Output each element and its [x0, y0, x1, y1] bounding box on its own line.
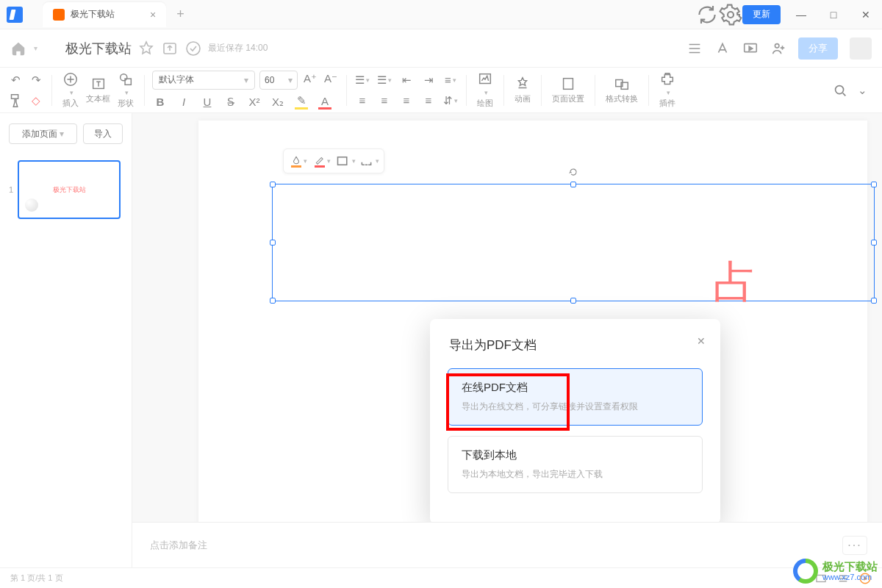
draw-label: 绘图	[477, 98, 493, 109]
watermark-url: www.xz7.com	[822, 573, 878, 581]
indent-icon[interactable]: ⇥	[420, 72, 437, 88]
canvas-area[interactable]: ▾ ▾ ▾ ▾ 占 导出为PDF文档 ✕ 在线PDF文档 导出为在线文档，可分享…	[132, 113, 882, 567]
format-convert-icon[interactable]	[614, 76, 630, 92]
option-download-title: 下载到本地	[462, 448, 689, 462]
add-collaborator-icon[interactable]	[770, 40, 786, 57]
slide-thumbnail[interactable]: 1 极光下载站	[18, 160, 121, 219]
svg-point-8	[121, 74, 127, 81]
tab-file-icon	[53, 9, 65, 21]
svg-rect-15	[338, 157, 347, 165]
outline-icon[interactable]	[686, 40, 703, 57]
main-toolbar: ↶↷ ◇ ▾插入 文本框 ▾形状 默认字体▾ 60▾ A⁺ A⁻ B I U S…	[0, 68, 882, 113]
bullet-list-icon[interactable]: ☰▾	[354, 72, 370, 88]
align-center-icon[interactable]: ≡	[376, 93, 392, 109]
text-style-icon[interactable]	[714, 40, 731, 57]
textbox-label: 文本框	[86, 93, 110, 104]
notes-more-button[interactable]: ···	[842, 536, 867, 555]
outdent-icon[interactable]: ⇤	[398, 72, 415, 88]
format-painter-icon[interactable]	[7, 93, 24, 109]
tab-title: 极光下载站	[71, 8, 115, 21]
insert-label: 插入	[62, 98, 79, 109]
font-decrease-icon[interactable]: A⁻	[323, 71, 339, 87]
italic-icon[interactable]: I	[176, 94, 192, 110]
present-icon[interactable]	[742, 40, 759, 57]
svg-point-14	[836, 85, 844, 93]
animation-label: 动画	[514, 93, 531, 104]
watermark-logo-icon	[793, 559, 818, 584]
window-minimize-icon[interactable]: —	[785, 0, 817, 29]
floating-format-toolbar: ▾ ▾ ▾ ▾	[283, 148, 384, 173]
import-button[interactable]: 导入	[83, 123, 123, 144]
document-tab[interactable]: 极光下载站 ×	[43, 2, 166, 27]
add-page-button[interactable]: 添加页面 ▾	[9, 123, 77, 144]
plugin-icon[interactable]	[659, 71, 675, 87]
align-justify-icon[interactable]: ≡	[420, 93, 437, 109]
page-indicator: 第 1 页/共 1 页	[10, 573, 63, 584]
save-status-icon	[184, 40, 202, 57]
home-caret-icon[interactable]: ▾	[34, 44, 37, 52]
notes-panel[interactable]: 点击添加备注 ···	[132, 522, 882, 567]
textbox-icon[interactable]	[90, 76, 107, 92]
line-spacing-icon[interactable]: ≡▾	[442, 72, 459, 88]
superscript-icon[interactable]: X²	[246, 94, 262, 110]
user-avatar[interactable]	[850, 37, 872, 60]
document-title[interactable]: 极光下载站	[65, 40, 132, 57]
option-online-pdf[interactable]: 在线PDF文档 导出为在线文档，可分享链接并设置查看权限	[448, 368, 703, 426]
arrange-icon[interactable]: ▾	[359, 152, 379, 170]
search-icon[interactable]	[832, 82, 848, 98]
favorite-star-icon[interactable]	[137, 40, 155, 57]
align-right-icon[interactable]: ≡	[398, 93, 415, 109]
fill-color-icon[interactable]: ▾	[288, 152, 309, 170]
underline-icon[interactable]: U	[199, 94, 215, 110]
watermark-name: 极光下载站	[822, 561, 878, 573]
svg-point-2	[187, 42, 200, 55]
font-size-select[interactable]: 60▾	[259, 71, 298, 90]
share-button[interactable]: 分享	[798, 37, 838, 60]
thumb-decoration-icon	[25, 198, 38, 212]
slide-panel: 添加页面 ▾ 导入 1 极光下载站	[0, 113, 132, 567]
titlebar: 极光下载站 × + 更新 — □ ✕	[0, 0, 882, 29]
sync-icon[interactable]	[695, 3, 719, 26]
option-online-pdf-title: 在线PDF文档	[462, 381, 689, 395]
home-icon[interactable]	[10, 40, 26, 57]
highlight-color-icon[interactable]: ✎	[293, 94, 309, 110]
option-download-desc: 导出为本地文档，导出完毕进入下载	[462, 468, 689, 481]
undo-icon[interactable]: ↶	[7, 72, 24, 88]
insert-icon[interactable]	[62, 71, 79, 87]
dialog-close-icon[interactable]: ✕	[697, 335, 706, 347]
tab-close-icon[interactable]: ×	[150, 9, 156, 21]
number-list-icon[interactable]: ☰▾	[376, 72, 392, 88]
window-controls: 更新 — □ ✕	[695, 0, 882, 29]
option-download-local[interactable]: 下载到本地 导出为本地文档，导出完毕进入下载	[448, 436, 703, 493]
vertical-align-icon[interactable]: ⇵▾	[442, 93, 459, 109]
content-area: 添加页面 ▾ 导入 1 极光下载站 ▾ ▾ ▾ ▾ 占 导出为PDF文档 ✕	[0, 113, 882, 567]
update-button[interactable]: 更新	[742, 5, 781, 24]
bold-icon[interactable]: B	[152, 94, 168, 110]
shape-icon[interactable]	[118, 71, 134, 87]
font-increase-icon[interactable]: A⁺	[302, 71, 318, 87]
redo-icon[interactable]: ↷	[28, 72, 44, 88]
plugin-label: 插件	[659, 98, 675, 109]
shape-label: 形状	[118, 98, 134, 109]
tab-add-icon[interactable]: +	[176, 7, 184, 22]
draw-icon[interactable]	[477, 71, 493, 87]
animation-icon[interactable]	[514, 76, 531, 92]
clear-format-icon[interactable]: ◇	[28, 93, 44, 109]
window-close-icon[interactable]: ✕	[850, 0, 882, 29]
font-family-select[interactable]: 默认字体▾	[152, 71, 255, 90]
settings-icon[interactable]	[719, 3, 742, 26]
export-icon[interactable]	[161, 40, 179, 57]
strikethrough-icon[interactable]: S̶	[223, 94, 239, 110]
window-maximize-icon[interactable]: □	[817, 0, 850, 29]
canvas-sample-text: 占	[713, 253, 757, 312]
align-left-icon[interactable]: ≡	[354, 93, 370, 109]
collapse-toolbar-icon[interactable]: ⌄	[854, 82, 870, 98]
page-setup-icon[interactable]	[560, 76, 576, 92]
selection-box[interactable]	[272, 184, 875, 301]
svg-rect-5	[12, 94, 18, 98]
rotate-handle-icon[interactable]	[568, 167, 578, 177]
border-color-icon[interactable]: ▾	[312, 152, 332, 170]
subscript-icon[interactable]: X₂	[270, 94, 286, 110]
border-style-icon[interactable]: ▾	[335, 152, 356, 170]
font-color-icon[interactable]: A	[317, 94, 333, 110]
